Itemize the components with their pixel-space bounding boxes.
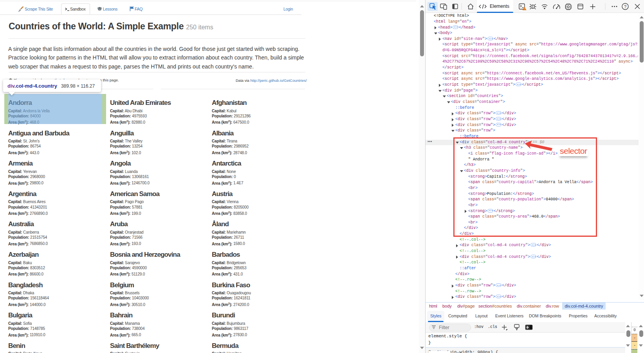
- svg-text:?: ?: [624, 4, 626, 9]
